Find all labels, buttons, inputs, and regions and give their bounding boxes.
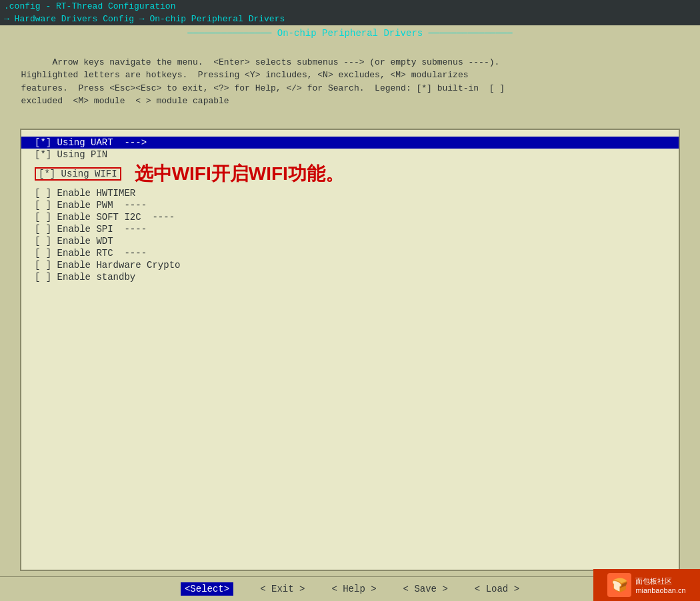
help-line4: excluded <M> module < > module capable xyxy=(11,96,229,106)
panel-title: ─────────────── On-chip Peripheral Drive… xyxy=(0,25,700,40)
help-line3: features. Press <Esc><Esc> to exit, <?> … xyxy=(11,83,505,93)
menu-item-crypto[interactable]: [ ] Enable Hardware Crypto xyxy=(21,259,679,271)
wifi-label: [*] Using WIFI xyxy=(35,167,121,181)
bottom-btn-load[interactable]: < Load > xyxy=(475,584,519,594)
menu-item-pin[interactable]: [*] Using PIN xyxy=(21,149,679,161)
bottom-btn-select[interactable]: <Select> xyxy=(181,582,233,596)
menu-box: [*] Using UART --->[*] Using PIN[*] Usin… xyxy=(20,129,680,571)
menu-item-pwm[interactable]: [ ] Enable PWM ---- xyxy=(21,199,679,211)
main-content: ─────────────── On-chip Peripheral Drive… xyxy=(0,25,700,576)
watermark: 🍞 面包板社区 mianbaoban.cn xyxy=(593,569,700,601)
watermark-line1: 面包板社区 xyxy=(635,576,685,586)
menu-item-wifi[interactable]: [*] Using WIFI选中WIFI开启WIFI功能。 xyxy=(21,161,679,187)
menu-item-wdt[interactable]: [ ] Enable WDT xyxy=(21,235,679,247)
terminal-window: .config - RT-Thread Configuration → Hard… xyxy=(0,0,700,601)
menu-item-hwtimer[interactable]: [ ] Enable HWTIMER xyxy=(21,187,679,199)
help-line2: Highlighted letters are hotkeys. Pressin… xyxy=(11,70,469,80)
panel-title-text: On-chip Peripheral Drivers xyxy=(277,28,423,39)
help-text: Arrow keys navigate the menu. <Enter> se… xyxy=(0,40,700,123)
bottom-btn-help[interactable]: < Help > xyxy=(331,584,376,594)
menu-item-spi[interactable]: [ ] Enable SPI ---- xyxy=(21,223,679,235)
wifi-annotation: 选中WIFI开启WIFI功能。 xyxy=(135,161,344,187)
menu-item-softi2c[interactable]: [ ] Enable SOFT I2C ---- xyxy=(21,211,679,223)
title-bar: .config - RT-Thread Configuration xyxy=(0,0,700,13)
breadcrumb: → Hardware Drivers Config → On-chip Peri… xyxy=(0,13,700,25)
watermark-line2: mianbaoban.cn xyxy=(635,586,685,594)
menu-item-uart[interactable]: [*] Using UART ---> xyxy=(21,137,679,149)
menu-item-standby[interactable]: [ ] Enable standby xyxy=(21,271,679,283)
help-line1: Arrow keys navigate the menu. <Enter> se… xyxy=(42,57,500,67)
menu-item-rtc[interactable]: [ ] Enable RTC ---- xyxy=(21,247,679,259)
watermark-icon: 🍞 xyxy=(607,573,631,597)
bottom-btn-save[interactable]: < Save > xyxy=(403,584,448,594)
bottom-btn-exit[interactable]: < Exit > xyxy=(260,584,305,594)
watermark-text: 面包板社区 mianbaoban.cn xyxy=(635,576,685,594)
